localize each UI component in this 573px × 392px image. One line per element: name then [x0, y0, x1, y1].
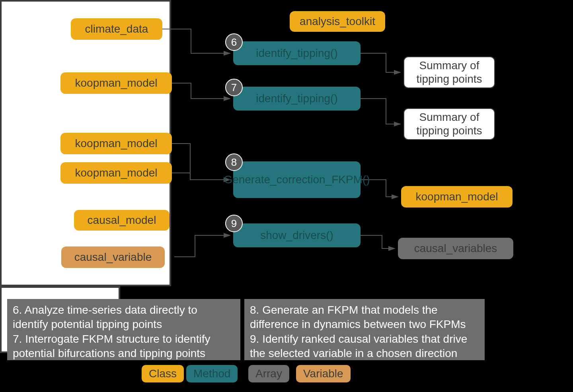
input-climate-data: climate_data: [71, 18, 162, 40]
input-koopman-model-7: koopman_model: [60, 72, 172, 94]
method-identify-tipping-7: identify_tipping(): [233, 87, 361, 111]
legend-class: Class: [142, 365, 184, 382]
legend-variable: Variable: [296, 365, 351, 382]
input-koopman-model-8b: koopman_model: [60, 162, 172, 184]
description-right: 8. Generate an FKPM that models the diff…: [244, 299, 485, 360]
legend-array: Array: [248, 365, 289, 382]
output-summary-7: Summary of tipping points: [403, 108, 495, 140]
causal-variable-label: causal_variable: [61, 246, 165, 268]
legend-method: Method: [186, 365, 238, 382]
badge-8: 8: [225, 153, 243, 171]
description-left: 6. Analyze time-series data directly to …: [7, 299, 240, 360]
badge-6: 6: [225, 33, 243, 51]
badge-9: 9: [225, 215, 243, 232]
method-identify-tipping-6: identify_tipping(): [233, 41, 361, 65]
analysis-toolkit-label: analysis_toolkit: [290, 11, 385, 32]
input-koopman-model-8a: koopman_model: [60, 133, 172, 154]
method-generate-correction: Generate_correction_FKPM(): [233, 161, 361, 198]
badge-7: 7: [225, 79, 243, 96]
output-summary-6: Summary of tipping points: [403, 56, 495, 88]
output-koopman-model: koopman_model: [401, 186, 513, 208]
output-causal-variables: causal_variables: [398, 238, 513, 259]
method-show-drivers: show_drivers(): [233, 223, 361, 247]
causal-model-label: causal_model: [74, 210, 170, 231]
